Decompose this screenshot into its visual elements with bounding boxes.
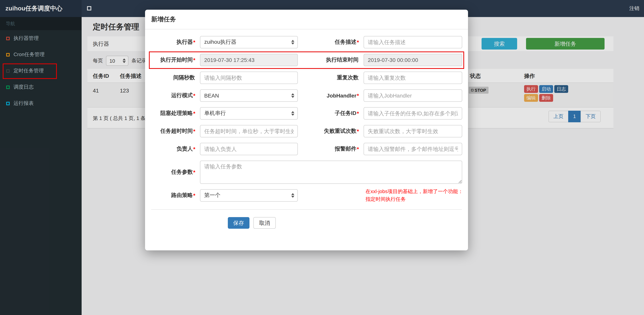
cancel-button[interactable]: 取消: [253, 217, 276, 229]
repeat-input[interactable]: [364, 72, 462, 84]
modal-header: 新增任务: [145, 10, 468, 30]
modal-footer: 保存 取消: [228, 217, 276, 229]
run-mode-label: 运行模式*: [151, 87, 200, 105]
route-strategy-select[interactable]: 第一个: [200, 189, 298, 202]
executor-label: 执行器*: [151, 33, 200, 51]
child-task-label: 子任务ID*: [298, 105, 364, 122]
child-task-input[interactable]: [364, 107, 462, 120]
add-task-modal: 新增任务 执行器* zuihou执行器 任务描述* 执行开始时间* 执行结束时间: [145, 10, 468, 250]
timeout-label: 任务超时时间*: [151, 122, 200, 140]
select-arrows-icon: [291, 111, 294, 116]
block-strategy-label: 阻塞处理策略*: [151, 105, 200, 122]
owner-input[interactable]: [200, 143, 298, 155]
interval-input[interactable]: [200, 72, 298, 84]
run-mode-select-value: BEAN: [204, 93, 219, 99]
retry-label: 失败重试次数*: [298, 122, 364, 140]
task-desc-input[interactable]: [364, 36, 462, 48]
select-arrows-icon: [291, 40, 294, 45]
end-time-input[interactable]: [364, 54, 462, 66]
task-params-textarea[interactable]: [200, 161, 462, 184]
block-strategy-select-value: 单机串行: [204, 110, 226, 117]
executor-select-value: zuihou执行器: [204, 39, 236, 46]
owner-label: 负责人*: [151, 140, 200, 158]
jobhandler-label: JobHandler*: [298, 87, 364, 105]
timeout-input[interactable]: [200, 125, 298, 137]
route-strategy-select-value: 第一个: [204, 192, 220, 199]
block-strategy-select[interactable]: 单机串行: [200, 107, 298, 120]
route-strategy-label: 路由策略*: [151, 187, 200, 204]
run-mode-select[interactable]: BEAN: [200, 89, 298, 102]
retry-input[interactable]: [364, 125, 462, 137]
modal-divider: [151, 209, 462, 210]
repeat-label: 重复次数: [298, 69, 364, 87]
alarm-email-input[interactable]: [364, 143, 462, 155]
note-text: 在xxl-jobs项目的基础上，新增了一个功能： 指定时间执行任务: [364, 188, 462, 203]
task-params-label: 任务参数*: [151, 158, 200, 187]
app-root: zuihou任务调度中心 注销 导航 执行器管理 Cron任务管理 定时任务管理…: [0, 0, 644, 315]
interval-label: 间隔秒数: [151, 69, 200, 87]
select-arrows-icon: [291, 93, 294, 98]
modal-form: 执行器* zuihou执行器 任务描述* 执行开始时间* 执行结束时间 间隔秒数: [151, 33, 462, 204]
executor-select[interactable]: zuihou执行器: [200, 36, 298, 48]
end-time-label: 执行结束时间: [298, 51, 364, 69]
jobhandler-input[interactable]: [364, 89, 462, 102]
alarm-email-label: 报警邮件*: [298, 140, 364, 158]
task-desc-label: 任务描述*: [298, 33, 364, 51]
start-time-label: 执行开始时间*: [151, 51, 200, 69]
modal-title: 新增任务: [151, 16, 176, 23]
save-button[interactable]: 保存: [228, 217, 250, 229]
select-arrows-icon: [291, 193, 294, 198]
start-time-input[interactable]: [200, 54, 298, 66]
